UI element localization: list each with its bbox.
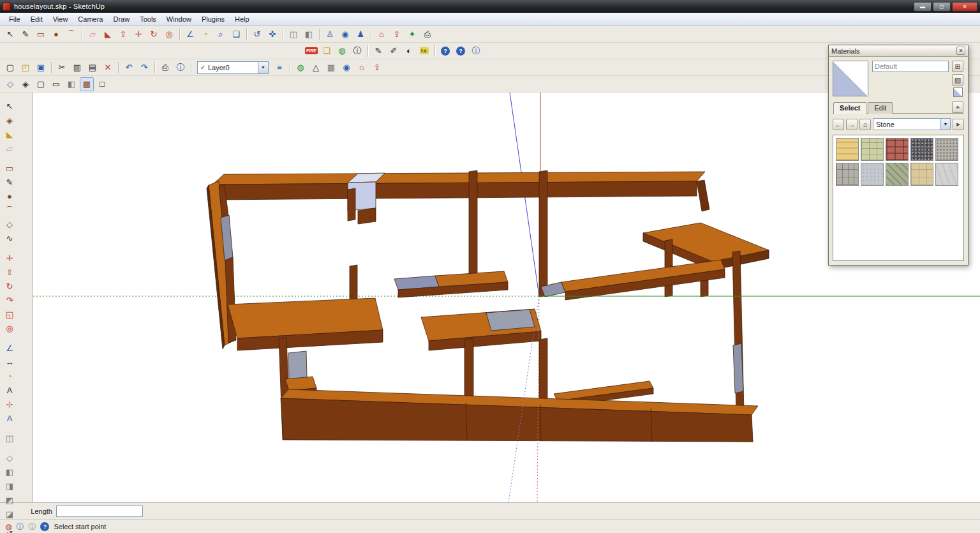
get-models-button[interactable]: ⌂ <box>375 27 389 41</box>
hidden-line-style-button[interactable]: ▭ <box>49 77 63 91</box>
cut-button[interactable]: ✂ <box>55 61 69 75</box>
wireframe-style-button[interactable]: ▢ <box>34 77 48 91</box>
pan-tool[interactable]: ✜ <box>265 27 279 41</box>
fredo-tools-button[interactable]: f.d. <box>417 44 431 58</box>
instructor-button[interactable]: ⓘ <box>469 44 483 58</box>
menu-plugins[interactable]: Plugins <box>197 13 230 25</box>
zoom-tool[interactable]: ⌕ <box>214 27 228 41</box>
paint-bucket-tool[interactable]: ◣ <box>101 27 115 41</box>
model-credits-icon[interactable]: ⓘ <box>28 523 36 530</box>
section-display-toggle[interactable]: ◧ <box>302 27 316 41</box>
text-tool[interactable]: A <box>3 383 17 397</box>
arc-tool[interactable]: ⌒ <box>3 203 17 217</box>
eraser-tool[interactable]: ▱ <box>85 27 100 41</box>
walk-tool[interactable]: ♟ <box>353 27 368 41</box>
get-models-button-2[interactable]: ⌂ <box>355 61 369 75</box>
shaded-style-button[interactable]: ◧ <box>64 77 78 91</box>
forward-button[interactable]: → <box>846 119 858 130</box>
back-button[interactable]: ← <box>833 119 844 130</box>
protractor-tool[interactable]: ◔ <box>198 27 212 41</box>
delete-button[interactable]: ✕ <box>101 61 115 75</box>
tape-measure-tool[interactable]: ∠ <box>183 27 197 41</box>
geolocation-status-icon[interactable]: ◍ <box>5 523 11 530</box>
create-material-button[interactable]: ▧ <box>952 74 963 86</box>
collection-dropdown[interactable]: Stone ▼ <box>873 118 951 130</box>
rotate-tool[interactable]: ↻ <box>147 27 161 41</box>
material-swatch-granite-dark[interactable] <box>910 138 933 161</box>
collection-dropdown-arrow-icon[interactable]: ▼ <box>940 119 950 130</box>
menu-window[interactable]: Window <box>161 13 197 25</box>
material-swatch-travertine[interactable] <box>910 163 933 186</box>
shaded-textures-style-button[interactable]: ▩ <box>80 77 94 91</box>
select-tool[interactable]: ↖ <box>3 99 17 113</box>
style-pencil-button[interactable]: ✎ <box>371 44 385 58</box>
back-edges-style-button[interactable]: ◈ <box>19 77 33 91</box>
protractor-tool[interactable]: ◔ <box>3 369 17 383</box>
tab-edit[interactable]: Edit <box>868 102 893 114</box>
save-button[interactable]: ▣ <box>34 61 48 75</box>
menu-file[interactable]: File <box>4 13 26 25</box>
section-plane-tool[interactable]: ◫ <box>286 27 301 41</box>
push-pull-tool[interactable]: ⇧ <box>3 265 17 279</box>
display-secondary-pane-button[interactable]: ⊞ <box>952 61 963 72</box>
view-iso-button[interactable]: ◇ <box>3 451 17 465</box>
help-center-button[interactable]: ? <box>438 44 452 58</box>
offset-tool[interactable]: ◎ <box>162 27 176 41</box>
redo-button[interactable]: ↷ <box>137 61 151 75</box>
rectangle-tool[interactable]: ▭ <box>34 27 48 41</box>
freehand-tool[interactable]: ∿ <box>3 231 17 245</box>
geo-location-button[interactable]: ◍ <box>335 44 349 58</box>
tape-measure-tool[interactable]: ∠ <box>3 341 17 355</box>
layer-dropdown[interactable]: ✓ Layer0 ▼ <box>197 61 269 74</box>
measurement-input[interactable] <box>56 506 143 517</box>
extension-button[interactable]: ✦ <box>405 27 419 41</box>
layer-manager-button[interactable]: ≡ <box>272 61 286 75</box>
fire-render-button[interactable]: FIRE <box>304 44 318 58</box>
material-swatch-stone-ashlar[interactable] <box>861 138 884 161</box>
section-plane-tool[interactable]: ◫ <box>3 431 17 445</box>
shadows-toggle-button[interactable]: ◐ <box>402 44 416 58</box>
claim-credit-icon[interactable]: ⓘ <box>16 523 24 530</box>
house-model[interactable] <box>207 170 769 442</box>
paste-button[interactable]: ▤ <box>85 61 100 75</box>
close-button[interactable]: ✕ <box>952 2 977 11</box>
monochrome-style-button[interactable]: □ <box>95 77 109 91</box>
polygon-tool[interactable]: ◇ <box>3 217 17 231</box>
material-swatch-flagstone-red[interactable] <box>886 138 909 161</box>
open-folder-button[interactable]: ❏ <box>320 44 334 58</box>
offset-tool[interactable]: ◎ <box>3 321 17 335</box>
move-tool[interactable]: ✛ <box>131 27 145 41</box>
axes-tool[interactable]: ⊹ <box>3 397 17 411</box>
arc-tool[interactable]: ⌒ <box>64 27 78 41</box>
photo-textures-button[interactable]: ▩ <box>324 61 338 75</box>
push-pull-tool[interactable]: ⇧ <box>116 27 130 41</box>
make-component-tool[interactable]: ◈ <box>3 113 17 127</box>
menu-view[interactable]: View <box>48 13 73 25</box>
material-swatch-granite-light[interactable] <box>935 138 958 161</box>
model-info-dialog-button[interactable]: ⓘ <box>174 61 188 75</box>
view-front-button[interactable]: ◨ <box>3 479 17 493</box>
follow-me-tool[interactable]: ↷ <box>3 293 17 307</box>
move-tool[interactable]: ✛ <box>3 251 17 265</box>
layer-dropdown-arrow-icon[interactable]: ▼ <box>258 62 268 73</box>
material-swatch-pavers-gray[interactable] <box>836 163 859 186</box>
status-help-icon[interactable]: ? <box>40 522 49 531</box>
open-button[interactable]: ◰ <box>19 61 33 75</box>
3d-text-tool[interactable]: A <box>3 411 17 425</box>
in-model-button[interactable]: ⌂ <box>859 119 871 130</box>
zoom-window-tool[interactable]: ❏ <box>229 27 243 41</box>
model-info-button[interactable]: ⓘ <box>350 44 364 58</box>
look-around-tool[interactable]: ◉ <box>338 27 352 41</box>
menu-help[interactable]: Help <box>230 13 255 25</box>
select-tool[interactable]: ↖ <box>3 27 17 41</box>
eraser-tool[interactable]: ▱ <box>3 141 17 155</box>
xray-style-button[interactable]: ◇ <box>3 77 17 91</box>
rotate-tool[interactable]: ↻ <box>3 279 17 293</box>
tab-select[interactable]: Select <box>833 102 866 114</box>
material-swatch-slate-green[interactable] <box>886 163 909 186</box>
minimize-button[interactable]: ▬ <box>914 2 932 11</box>
style-edit-button[interactable]: ✐ <box>387 44 401 58</box>
view-top-button[interactable]: ◧ <box>3 465 17 479</box>
menu-camera[interactable]: Camera <box>73 13 108 25</box>
orbit-tool[interactable]: ↺ <box>250 27 264 41</box>
